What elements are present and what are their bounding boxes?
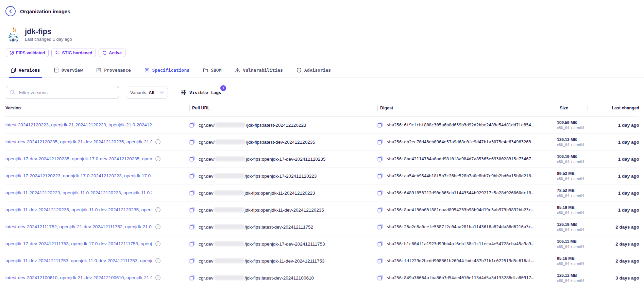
pull-url-cell: cgr.dev/jdk-fips:latest-dev-202412100610 xyxy=(189,275,377,281)
last-changed-value: 1 day ago xyxy=(618,157,639,162)
tab-sbom[interactable]: SBOM xyxy=(203,68,221,77)
version-link[interactable]: openjdk-17-202412120223, openjdk-17.0-20… xyxy=(5,173,152,178)
variants-dropdown[interactable]: Variants:All xyxy=(126,87,168,99)
column-header-digest: Digest xyxy=(377,106,557,110)
tab-bar: VersionsOverviewProvenanceSpecifications… xyxy=(0,68,644,77)
version-link[interactable]: latest-202412120223, openjdk-21-20241212… xyxy=(5,122,152,127)
badge-label: FIPS validated xyxy=(16,51,45,55)
digest-text: sha256:fdf229d2bcdd908861b26944fbdc487b7… xyxy=(387,258,533,263)
last-changed-cell: 1 day ago xyxy=(588,190,639,196)
copy-pull-url-icon[interactable] xyxy=(189,224,195,230)
last-changed-value: 3 days ago xyxy=(615,275,639,281)
table-row: openjdk-17-dev-202412120235, openjdk-17.… xyxy=(5,150,639,167)
copy-digest-icon[interactable] xyxy=(377,241,383,247)
size-value: 126.12 MB xyxy=(557,273,588,278)
size-cell: 126.12 MBx86_64 + arm64 xyxy=(557,273,588,283)
pull-url-text: cgr.devjdk-fips:openjdk-11-dev-202412120… xyxy=(199,207,324,213)
version-link[interactable]: openjdk-17-dev-202412111753, openjdk-17.… xyxy=(5,241,152,246)
table-row: openjdk-11-dev-202412111753, openjdk-11.… xyxy=(5,252,639,269)
copy-pull-url-icon[interactable] xyxy=(189,173,195,179)
last-changed-value: 1 day ago xyxy=(618,191,639,196)
size-cell: 89.52 MBx86_64 + arm64 xyxy=(557,171,588,181)
size-value: 89.52 MB xyxy=(557,171,588,176)
copy-pull-url-icon[interactable] xyxy=(189,258,195,264)
digest-cell: sha256:fdf229d2bcdd908861b26944fbdc487b7… xyxy=(377,258,557,264)
pull-url-text: cgr.dev//jdk-fips:latest-202412120223 xyxy=(199,122,306,128)
tab-label: Versions xyxy=(19,68,40,73)
refresh-icon xyxy=(102,51,107,55)
copy-pull-url-icon[interactable] xyxy=(189,275,195,281)
advisories-icon xyxy=(296,68,302,73)
size-cell: 78.52 MBx86_64 + arm64 xyxy=(557,188,588,198)
table-row: openjdk-11-dev-202412120235, openjdk-11.… xyxy=(5,201,639,218)
version-link[interactable]: openjdk-17-dev-202412120235, openjdk-17.… xyxy=(5,156,152,161)
copy-digest-icon[interactable] xyxy=(377,173,383,179)
digest-cell: sha256:db2ec70d43eb0964e57a9d68c0fe9d47b… xyxy=(377,139,557,145)
tab-provenance[interactable]: Provenance xyxy=(96,68,131,77)
size-cell: 109.59 MBx86_64 + arm64 xyxy=(557,120,588,130)
digest-cell: sha256:6f9cfcbf808c305a6b8d659b3d92d2bbe… xyxy=(377,122,557,128)
version-link[interactable]: latest-dev-202412120235, openjdk-21-dev-… xyxy=(5,139,152,144)
version-link[interactable]: latest-dev-202412111752, openjdk-21-dev-… xyxy=(5,224,152,229)
tab-label: Overview xyxy=(62,68,83,73)
size-value: 126.13 MB xyxy=(557,137,588,142)
version-link[interactable]: openjdk-11-dev-202412111753, openjdk-11.… xyxy=(5,258,152,263)
tab-label: SBOM xyxy=(211,68,221,73)
version-cell: openjdk-11-dev-202412120235, openjdk-11.… xyxy=(5,207,189,213)
column-header-last-changed: Last changed xyxy=(588,106,639,110)
version-link[interactable]: latest-dev-202412100610, openjdk-21-dev-… xyxy=(5,275,152,280)
copy-pull-url-icon[interactable] xyxy=(189,241,195,247)
size-architectures: x86_64 + arm64 xyxy=(557,194,588,198)
version-cell: latest-dev-202412120235, openjdk-21-dev-… xyxy=(5,139,189,145)
copy-pull-url-icon[interactable] xyxy=(189,207,195,213)
tab-advisories[interactable]: Advisories xyxy=(296,68,331,77)
info-icon[interactable] xyxy=(155,241,161,247)
copy-digest-icon[interactable] xyxy=(377,190,383,196)
pull-url-cell: cgr.dev/jdk-fips:openjdk-17-dev-20241211… xyxy=(189,241,377,247)
copy-digest-icon[interactable] xyxy=(377,224,383,230)
provenance-icon xyxy=(96,68,101,73)
tab-label: Vulnerabilities xyxy=(243,68,283,73)
digest-cell: sha256:8be42114734a0add98f0f8a984d7a8536… xyxy=(377,156,557,162)
filter-versions-input[interactable] xyxy=(6,86,119,99)
version-link[interactable]: openjdk-11-dev-202412120235, openjdk-11.… xyxy=(5,207,152,212)
info-icon[interactable] xyxy=(155,275,161,281)
version-cell: openjdk-11-dev-202412111753, openjdk-11.… xyxy=(5,258,189,264)
image-name: jdk-fips xyxy=(25,28,72,36)
back-button[interactable] xyxy=(5,6,16,16)
pull-url-text: cgr.dev//jdk-fips:latest-dev-20241212023… xyxy=(199,139,315,145)
tab-overview[interactable]: Overview xyxy=(54,68,83,77)
copy-pull-url-icon[interactable] xyxy=(189,190,195,196)
copy-digest-icon[interactable] xyxy=(377,275,383,281)
info-icon[interactable] xyxy=(155,139,161,145)
tab-vulnerabilities[interactable]: Vulnerabilities xyxy=(235,68,283,77)
copy-digest-icon[interactable] xyxy=(377,207,383,213)
size-cell: 95.19 MBx86_64 + arm64 xyxy=(557,205,588,215)
tab-versions[interactable]: Versions xyxy=(11,68,40,77)
java-fips-logo-icon: FIPS xyxy=(6,27,20,42)
digest-text: sha256:b1c804f1a1923d99bb4af6ebf38c1c1fe… xyxy=(387,241,533,246)
sliders-icon xyxy=(181,90,186,95)
version-link[interactable]: openjdk-11-202412120223, openjdk-11.0-20… xyxy=(5,190,152,195)
info-icon[interactable] xyxy=(155,224,161,230)
copy-pull-url-icon[interactable] xyxy=(189,156,195,162)
badge-row: FIPS validatedSTIG hardenedActive xyxy=(6,49,644,57)
tab-specifications[interactable]: Specifications xyxy=(145,68,190,77)
pull-url-cell: cgr.dev/jdk-fips:openjdk-17-dev-20241212… xyxy=(189,156,377,162)
badge-fips-validated: FIPS validated xyxy=(6,49,49,57)
visible-tags-button[interactable]: Visible tags 1 xyxy=(181,90,221,95)
last-changed-value: 1 day ago xyxy=(618,123,639,128)
copy-digest-icon[interactable] xyxy=(377,156,383,162)
copy-digest-icon[interactable] xyxy=(377,122,383,128)
copy-pull-url-icon[interactable] xyxy=(189,139,195,145)
copy-digest-icon[interactable] xyxy=(377,139,383,145)
pull-url-text: cgr.devjdk-fips:openjdk-11-202412120223 xyxy=(199,190,315,196)
copy-pull-url-icon[interactable] xyxy=(189,122,195,128)
version-cell: openjdk-17-dev-202412111753, openjdk-17.… xyxy=(5,241,189,247)
copy-digest-icon[interactable] xyxy=(377,258,383,264)
column-header-version: Version xyxy=(5,106,189,110)
info-icon[interactable] xyxy=(155,258,161,264)
digest-cell: sha256:6489f853212d90e865cb1f443544b9292… xyxy=(377,190,557,196)
info-icon[interactable] xyxy=(155,156,161,162)
info-icon[interactable] xyxy=(155,207,161,213)
